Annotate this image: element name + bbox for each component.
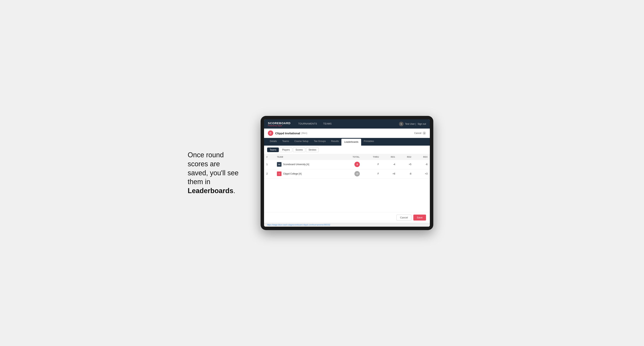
tab-results[interactable]: Results <box>328 138 342 146</box>
row2-thru: F <box>362 169 381 178</box>
cancel-button[interactable]: Cancel <box>396 215 412 220</box>
tab-printables[interactable]: Printables <box>361 138 377 146</box>
footer: Cancel Save <box>264 212 430 223</box>
leaderboard-table: # TEAM TOTAL THRU RD1 RD2 RD3 1 <box>264 154 430 178</box>
nav-tournaments[interactable]: TOURNAMENTS <box>295 119 320 129</box>
row1-rank: 1 <box>264 160 274 169</box>
nav-user: Test User | <box>405 123 416 125</box>
row1-rd1: -4 <box>381 160 398 169</box>
tournament-subtitle: (Men) <box>301 132 307 135</box>
tab-nav: Details Teams Course Setup Tee Groups Re… <box>264 138 430 146</box>
row2-team-logo: C <box>277 172 282 176</box>
row2-rank: 2 <box>264 169 274 178</box>
tablet-screen: SCOREBOARD Powered by clippd TOURNAMENTS… <box>264 119 430 227</box>
row2-team: C Clippd College [A] <box>274 169 341 178</box>
col-total: TOTAL <box>341 154 362 160</box>
content-area: C Clippd Invitational (Men) Cancel ✕ Det… <box>264 129 430 227</box>
row1-team: SU Scoreboard University [A] <box>274 160 341 169</box>
tournament-icon: C <box>268 131 273 136</box>
tab-course-setup[interactable]: Course Setup <box>292 138 311 146</box>
tab-tee-groups[interactable]: Tee Groups <box>311 138 328 146</box>
sub-tab-strokes[interactable]: Strokes <box>306 148 319 152</box>
row2-total: +3 <box>341 169 362 178</box>
col-rd3: RD3 <box>414 154 430 160</box>
nav-bar: SCOREBOARD Powered by clippd TOURNAMENTS… <box>264 119 430 129</box>
nav-links: TOURNAMENTS TEAMS <box>295 119 399 129</box>
tournament-cancel-btn[interactable]: Cancel ✕ <box>414 131 426 135</box>
col-rank: # <box>264 154 274 160</box>
row1-team-logo: SU <box>277 162 282 167</box>
tournament-header: C Clippd Invitational (Men) Cancel ✕ <box>264 129 430 138</box>
row1-total: -5 <box>341 160 362 169</box>
tab-leaderboards[interactable]: Leaderboards <box>342 139 361 146</box>
url-bar: https://stage-blue-coach.stagescoreboard… <box>264 223 430 227</box>
row2-team-name: Clippd College [A] <box>283 173 302 175</box>
row1-rd2: +5 <box>398 160 414 169</box>
nav-avatar: S <box>399 122 404 126</box>
logo-subtitle: Powered by clippd <box>268 125 290 127</box>
logo-title: SCOREBOARD <box>268 122 290 125</box>
col-rd1: RD1 <box>381 154 398 160</box>
row2-rd1: +8 <box>381 169 398 178</box>
save-button[interactable]: Save <box>413 215 426 220</box>
col-rd2: RD2 <box>398 154 414 160</box>
cancel-x-icon[interactable]: ✕ <box>422 131 426 135</box>
row1-team-name: Scoreboard University [A] <box>283 163 309 166</box>
sub-tab-teams[interactable]: Teams <box>267 148 279 152</box>
col-thru: THRU <box>362 154 381 160</box>
sub-tab-scores[interactable]: Scores <box>293 148 305 152</box>
row2-team-cell: C Clippd College [A] <box>277 172 338 176</box>
nav-teams[interactable]: TEAMS <box>320 119 335 129</box>
col-team: TEAM <box>274 154 341 160</box>
nav-logo: SCOREBOARD Powered by clippd <box>268 122 290 127</box>
nav-right: S Test User | Sign out <box>399 122 426 126</box>
row2-rd2: -8 <box>398 169 414 178</box>
tab-details[interactable]: Details <box>267 138 280 146</box>
nav-signout[interactable]: Sign out <box>418 123 426 125</box>
row1-team-cell: SU Scoreboard University [A] <box>277 162 338 167</box>
tab-teams[interactable]: Teams <box>280 138 292 146</box>
row2-total-badge: +3 <box>354 171 360 176</box>
sub-tabs: Teams Players Scores Strokes <box>264 146 430 154</box>
table-row: 1 SU Scoreboard University [A] -5 <box>264 160 430 169</box>
intro-text: Once round scores are saved, you'll see … <box>188 151 249 195</box>
row2-rd3: +3 <box>414 169 430 178</box>
sub-tab-players[interactable]: Players <box>280 148 292 152</box>
tablet-device: SCOREBOARD Powered by clippd TOURNAMENTS… <box>260 116 433 230</box>
tournament-title: Clippd Invitational <box>275 132 300 135</box>
row1-thru: F <box>362 160 381 169</box>
leaderboard-table-container: # TEAM TOTAL THRU RD1 RD2 RD3 1 <box>264 154 430 212</box>
table-row: 2 C Clippd College [A] +3 <box>264 169 430 178</box>
row1-rd3: -6 <box>414 160 430 169</box>
table-header-row: # TEAM TOTAL THRU RD1 RD2 RD3 <box>264 154 430 160</box>
row1-total-badge: -5 <box>354 162 360 167</box>
